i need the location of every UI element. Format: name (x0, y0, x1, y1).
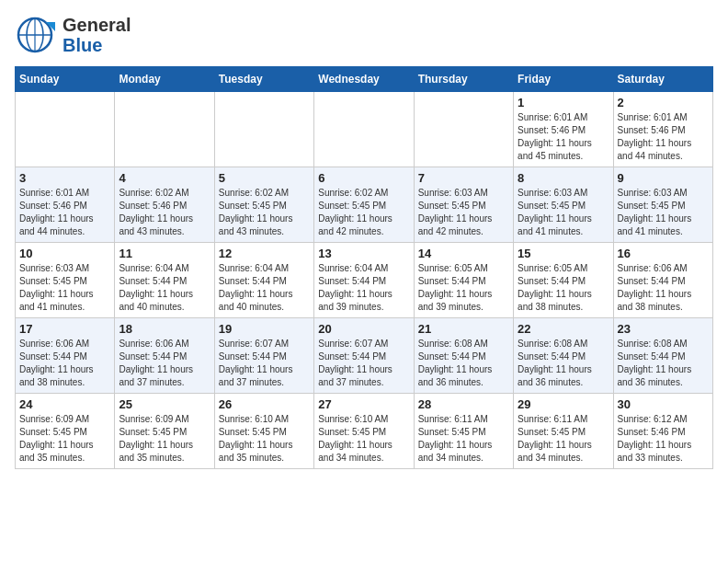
calendar-cell: 6Sunrise: 6:02 AM Sunset: 5:45 PM Daylig… (314, 167, 414, 243)
calendar-cell: 10Sunrise: 6:03 AM Sunset: 5:45 PM Dayli… (16, 243, 115, 318)
calendar-cell: 9Sunrise: 6:03 AM Sunset: 5:45 PM Daylig… (613, 167, 712, 243)
day-number: 3 (19, 171, 110, 185)
calendar-cell: 3Sunrise: 6:01 AM Sunset: 5:46 PM Daylig… (16, 167, 115, 243)
page-header: General Blue (15, 15, 713, 55)
calendar-cell: 17Sunrise: 6:06 AM Sunset: 5:44 PM Dayli… (16, 318, 115, 394)
calendar-cell: 29Sunrise: 6:11 AM Sunset: 5:45 PM Dayli… (514, 394, 613, 469)
weekday-header-monday: Monday (115, 67, 214, 92)
day-number: 24 (19, 397, 110, 411)
day-number: 15 (518, 247, 609, 260)
calendar-cell: 23Sunrise: 6:08 AM Sunset: 5:44 PM Dayli… (613, 318, 712, 394)
weekday-header-saturday: Saturday (613, 67, 712, 92)
calendar-cell: 1Sunrise: 6:01 AM Sunset: 5:46 PM Daylig… (514, 92, 613, 167)
logo-blue-text: Blue (63, 35, 102, 55)
calendar-week-row: 17Sunrise: 6:06 AM Sunset: 5:44 PM Dayli… (16, 318, 713, 394)
day-number: 11 (119, 247, 210, 260)
calendar-cell (16, 92, 115, 167)
day-info: Sunrise: 6:03 AM Sunset: 5:45 PM Dayligh… (518, 187, 609, 238)
calendar-cell: 24Sunrise: 6:09 AM Sunset: 5:45 PM Dayli… (16, 394, 115, 469)
calendar-cell: 13Sunrise: 6:04 AM Sunset: 5:44 PM Dayli… (314, 243, 414, 318)
day-number: 20 (318, 322, 409, 336)
day-info: Sunrise: 6:06 AM Sunset: 5:44 PM Dayligh… (19, 338, 110, 389)
logo-globe-icon (15, 15, 55, 55)
weekday-header-sunday: Sunday (16, 67, 115, 92)
day-info: Sunrise: 6:03 AM Sunset: 5:45 PM Dayligh… (19, 262, 110, 314)
calendar-cell: 16Sunrise: 6:06 AM Sunset: 5:44 PM Dayli… (613, 243, 712, 318)
day-number: 7 (418, 171, 509, 185)
day-number: 27 (318, 397, 409, 411)
day-number: 18 (119, 322, 210, 336)
day-number: 17 (19, 322, 110, 336)
day-number: 1 (518, 96, 609, 109)
day-info: Sunrise: 6:03 AM Sunset: 5:45 PM Dayligh… (418, 187, 509, 238)
calendar-cell: 30Sunrise: 6:12 AM Sunset: 5:46 PM Dayli… (613, 394, 712, 469)
day-info: Sunrise: 6:08 AM Sunset: 5:44 PM Dayligh… (618, 338, 709, 389)
calendar-cell (414, 92, 513, 167)
logo: General Blue (15, 15, 131, 55)
calendar-cell: 14Sunrise: 6:05 AM Sunset: 5:44 PM Dayli… (414, 243, 513, 318)
day-number: 30 (618, 397, 709, 411)
day-info: Sunrise: 6:11 AM Sunset: 5:45 PM Dayligh… (518, 413, 609, 465)
day-info: Sunrise: 6:08 AM Sunset: 5:44 PM Dayligh… (418, 338, 509, 389)
day-info: Sunrise: 6:04 AM Sunset: 5:44 PM Dayligh… (318, 262, 409, 314)
day-number: 4 (119, 171, 210, 185)
calendar-cell (214, 92, 313, 167)
calendar-cell: 25Sunrise: 6:09 AM Sunset: 5:45 PM Dayli… (115, 394, 214, 469)
day-info: Sunrise: 6:01 AM Sunset: 5:46 PM Dayligh… (518, 111, 609, 163)
calendar-cell (115, 92, 214, 167)
day-number: 9 (618, 171, 709, 185)
day-number: 22 (518, 322, 609, 336)
day-number: 23 (618, 322, 709, 336)
calendar-cell: 4Sunrise: 6:02 AM Sunset: 5:46 PM Daylig… (115, 167, 214, 243)
calendar-week-row: 10Sunrise: 6:03 AM Sunset: 5:45 PM Dayli… (16, 243, 713, 318)
day-info: Sunrise: 6:12 AM Sunset: 5:46 PM Dayligh… (618, 413, 709, 465)
day-info: Sunrise: 6:11 AM Sunset: 5:45 PM Dayligh… (418, 413, 509, 465)
day-number: 26 (219, 397, 310, 411)
calendar-cell: 5Sunrise: 6:02 AM Sunset: 5:45 PM Daylig… (214, 167, 313, 243)
day-info: Sunrise: 6:07 AM Sunset: 5:44 PM Dayligh… (219, 338, 310, 389)
day-info: Sunrise: 6:10 AM Sunset: 5:45 PM Dayligh… (318, 413, 409, 465)
calendar-cell: 21Sunrise: 6:08 AM Sunset: 5:44 PM Dayli… (414, 318, 513, 394)
day-info: Sunrise: 6:02 AM Sunset: 5:45 PM Dayligh… (219, 187, 310, 238)
calendar-cell: 20Sunrise: 6:07 AM Sunset: 5:44 PM Dayli… (314, 318, 414, 394)
day-number: 8 (518, 171, 609, 185)
day-number: 6 (318, 171, 409, 185)
weekday-header-wednesday: Wednesday (314, 67, 414, 92)
day-number: 16 (618, 247, 709, 260)
day-info: Sunrise: 6:10 AM Sunset: 5:45 PM Dayligh… (219, 413, 310, 465)
day-number: 29 (518, 397, 609, 411)
calendar-cell (314, 92, 414, 167)
calendar-cell: 18Sunrise: 6:06 AM Sunset: 5:44 PM Dayli… (115, 318, 214, 394)
day-info: Sunrise: 6:01 AM Sunset: 5:46 PM Dayligh… (618, 111, 709, 163)
day-number: 21 (418, 322, 509, 336)
calendar-cell: 12Sunrise: 6:04 AM Sunset: 5:44 PM Dayli… (214, 243, 313, 318)
day-info: Sunrise: 6:05 AM Sunset: 5:44 PM Dayligh… (518, 262, 609, 314)
day-number: 28 (418, 397, 509, 411)
calendar-cell: 7Sunrise: 6:03 AM Sunset: 5:45 PM Daylig… (414, 167, 513, 243)
calendar-header-row: SundayMondayTuesdayWednesdayThursdayFrid… (16, 67, 713, 92)
day-info: Sunrise: 6:02 AM Sunset: 5:45 PM Dayligh… (318, 187, 409, 238)
day-info: Sunrise: 6:06 AM Sunset: 5:44 PM Dayligh… (119, 338, 210, 389)
day-info: Sunrise: 6:09 AM Sunset: 5:45 PM Dayligh… (119, 413, 210, 465)
day-info: Sunrise: 6:09 AM Sunset: 5:45 PM Dayligh… (19, 413, 110, 465)
calendar-table: SundayMondayTuesdayWednesdayThursdayFrid… (15, 66, 713, 469)
calendar-cell: 27Sunrise: 6:10 AM Sunset: 5:45 PM Dayli… (314, 394, 414, 469)
calendar-cell: 11Sunrise: 6:04 AM Sunset: 5:44 PM Dayli… (115, 243, 214, 318)
day-number: 10 (19, 247, 110, 260)
day-info: Sunrise: 6:07 AM Sunset: 5:44 PM Dayligh… (318, 338, 409, 389)
day-info: Sunrise: 6:06 AM Sunset: 5:44 PM Dayligh… (618, 262, 709, 314)
calendar-week-row: 24Sunrise: 6:09 AM Sunset: 5:45 PM Dayli… (16, 394, 713, 469)
calendar-cell: 19Sunrise: 6:07 AM Sunset: 5:44 PM Dayli… (214, 318, 313, 394)
calendar-week-row: 1Sunrise: 6:01 AM Sunset: 5:46 PM Daylig… (16, 92, 713, 167)
logo-general-text: General (63, 15, 131, 35)
day-number: 2 (618, 96, 709, 109)
day-info: Sunrise: 6:02 AM Sunset: 5:46 PM Dayligh… (119, 187, 210, 238)
day-info: Sunrise: 6:01 AM Sunset: 5:46 PM Dayligh… (19, 187, 110, 238)
day-info: Sunrise: 6:04 AM Sunset: 5:44 PM Dayligh… (219, 262, 310, 314)
calendar-cell: 26Sunrise: 6:10 AM Sunset: 5:45 PM Dayli… (214, 394, 313, 469)
calendar-cell: 2Sunrise: 6:01 AM Sunset: 5:46 PM Daylig… (613, 92, 712, 167)
calendar-cell: 15Sunrise: 6:05 AM Sunset: 5:44 PM Dayli… (514, 243, 613, 318)
weekday-header-thursday: Thursday (414, 67, 513, 92)
weekday-header-tuesday: Tuesday (214, 67, 313, 92)
day-number: 25 (119, 397, 210, 411)
